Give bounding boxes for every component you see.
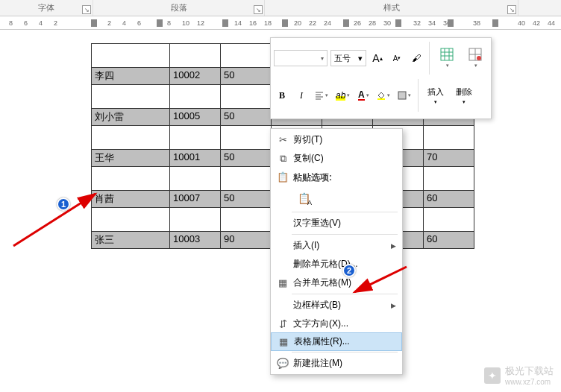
cell[interactable]: 60 (424, 191, 474, 208)
watermark-url: www.xz7.com (505, 378, 554, 386)
ribbon-group-font: 字体 ↘ (0, 0, 93, 16)
font-color-button[interactable]: A (355, 87, 372, 104)
paragraph-dialog-launcher[interactable]: ↘ (254, 5, 263, 14)
paste-keep-text-button[interactable]: 📋A (293, 189, 314, 208)
menu-border-style[interactable]: 边框样式(B) ▶ (271, 296, 402, 314)
bold-button[interactable]: B (274, 87, 290, 104)
cell[interactable]: 10002 (170, 68, 221, 85)
svg-rect-0 (441, 48, 453, 60)
cell-name[interactable]: 肖茜 (92, 191, 170, 208)
ruler-indent-marker[interactable] (91, 19, 97, 27)
cell[interactable]: 10005 (170, 109, 221, 126)
cell[interactable]: 10007 (170, 191, 221, 208)
ruler-tab-stop[interactable] (282, 19, 288, 27)
ruler-num: 22 (309, 19, 316, 27)
cell-name[interactable]: 王华 (92, 150, 170, 167)
annotation-badge-2: 2 (342, 264, 356, 277)
highlight-icon: ab (336, 90, 345, 101)
ruler-num: 10 (182, 19, 189, 27)
svg-line-15 (13, 194, 95, 246)
font-size-combo[interactable]: 五号▾ (330, 50, 366, 66)
menu-copy[interactable]: ⧉ 复制(C) (271, 149, 402, 168)
menu-table-properties[interactable]: ▦ 表格属性(R)... (271, 332, 402, 351)
svg-rect-13 (377, 98, 385, 100)
format-painter-button[interactable]: 🖌 (408, 50, 424, 66)
ruler-num: 8 (167, 19, 171, 27)
cell[interactable]: 50 (221, 68, 272, 85)
table-style-button[interactable] (434, 41, 460, 75)
cell-name[interactable]: 张三 (92, 232, 170, 249)
align-button[interactable] (313, 87, 330, 104)
menu-text-direction-label: 文字方向(X)... (290, 317, 396, 330)
menu-cut[interactable]: ✂ 剪切(T) (271, 130, 402, 149)
shading-button[interactable] (374, 87, 392, 104)
highlight-button[interactable]: ab (333, 87, 352, 104)
cell[interactable]: 50 (221, 109, 272, 126)
ruler-num: 8 (9, 19, 13, 27)
ruler-num: 32 (413, 19, 421, 27)
ruler-tab-stop[interactable] (157, 19, 163, 27)
ribbon-group-para-label: 段落 (171, 2, 187, 13)
menu-insert[interactable]: 插入(I) ▶ (271, 236, 402, 255)
ruler-tab-stop[interactable] (492, 19, 498, 27)
menu-insert-label: 插入(I) (290, 239, 391, 252)
cell[interactable]: 50 (221, 150, 272, 167)
insert-button[interactable]: 插入 ▾ (423, 78, 448, 113)
clipboard-icon: 📋 (275, 171, 290, 183)
menu-copy-label: 复制(C) (290, 152, 396, 165)
ribbon-group-style-label: 样式 (383, 2, 400, 13)
menu-text-direction[interactable]: ⇵ 文字方向(X)... (271, 314, 402, 333)
font-size-value: 五号 (334, 53, 351, 64)
ruler-num: 24 (324, 19, 331, 27)
brush-icon: 🖌 (412, 53, 421, 63)
submenu-arrow-icon: ▶ (391, 242, 396, 250)
menu-new-comment[interactable]: 💬 新建批注(M) (271, 354, 402, 373)
italic-button[interactable]: I (293, 87, 310, 104)
ruler-num: 12 (197, 19, 204, 27)
ruler-num: 14 (234, 19, 242, 27)
style-dialog-launcher[interactable]: ↘ (507, 5, 516, 14)
ruler-num: 26 (354, 19, 361, 27)
cell[interactable]: 90 (221, 232, 272, 249)
horizontal-ruler[interactable]: 8 6 4 2 2 4 6 8 10 12 14 16 18 20 22 24 … (0, 16, 561, 30)
cell-name[interactable]: 李四 (92, 68, 170, 85)
delete-button[interactable]: 删除 ▾ (451, 78, 477, 113)
ruler-tab-stop[interactable] (343, 19, 349, 27)
ribbon-group-paragraph: 段落 ↘ (93, 0, 265, 16)
ruler-num: 38 (473, 19, 480, 27)
cell[interactable]: 60 (424, 232, 474, 249)
font-name-combo[interactable]: ▾ (274, 50, 327, 66)
shrink-font-button[interactable]: A▾ (389, 50, 405, 66)
menu-ime-reconvert[interactable]: 汉字重选(V) (271, 214, 402, 233)
cell[interactable]: 70 (424, 150, 474, 167)
border-button[interactable] (395, 87, 413, 104)
watermark: ✦ 极光下载站 www.xz7.com (484, 364, 554, 386)
ruler-num: 18 (264, 19, 272, 27)
ruler-num: 34 (428, 19, 436, 27)
ruler-tab-stop[interactable] (395, 19, 401, 27)
ruler-tab-stop[interactable] (448, 19, 454, 27)
delete-label: 删除 (456, 86, 472, 98)
cell[interactable]: 10003 (170, 232, 221, 249)
font-color-icon: A (358, 90, 365, 101)
font-dialog-launcher[interactable]: ↘ (82, 5, 91, 14)
cell[interactable]: 50 (221, 191, 272, 208)
copy-icon: ⧉ (275, 153, 290, 165)
ruler-tab-stop[interactable] (222, 19, 228, 27)
cell[interactable]: 10001 (170, 150, 221, 167)
watermark-logo-icon: ✦ (484, 367, 501, 384)
menu-merge-cells[interactable]: ▦ 合并单元格(M) (271, 274, 402, 292)
cell-name[interactable]: 刘小雷 (92, 109, 170, 126)
ruler-num: 4 (122, 19, 126, 27)
menu-paste-header: 📋 粘贴选项: (271, 168, 402, 186)
grow-font-button[interactable]: A▴ (369, 50, 386, 66)
comment-icon: 💬 (275, 358, 290, 369)
table-format-button[interactable] (463, 41, 488, 75)
ruler-num: 40 (518, 19, 525, 27)
document-area[interactable]: 李四 10002 50 70 90 60 刘小雷 10005 50 80 60 … (0, 30, 561, 392)
ruler-num: 30 (383, 19, 391, 27)
menu-delete-cells[interactable]: 删除单元格(D)... (271, 255, 402, 274)
ribbon-group-style: 样式 ↘ (265, 0, 518, 16)
ruler-num: 44 (548, 19, 555, 27)
align-icon (315, 91, 324, 100)
